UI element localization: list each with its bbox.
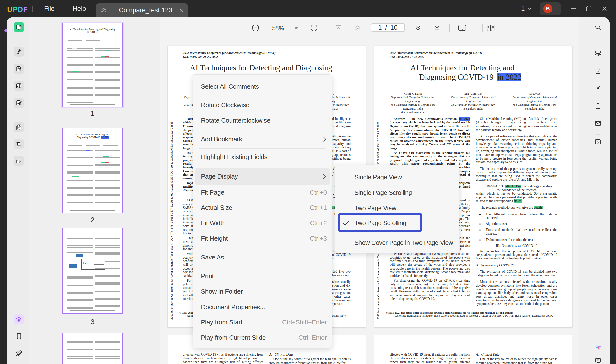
svg-text:OCR: OCR (597, 54, 600, 56)
